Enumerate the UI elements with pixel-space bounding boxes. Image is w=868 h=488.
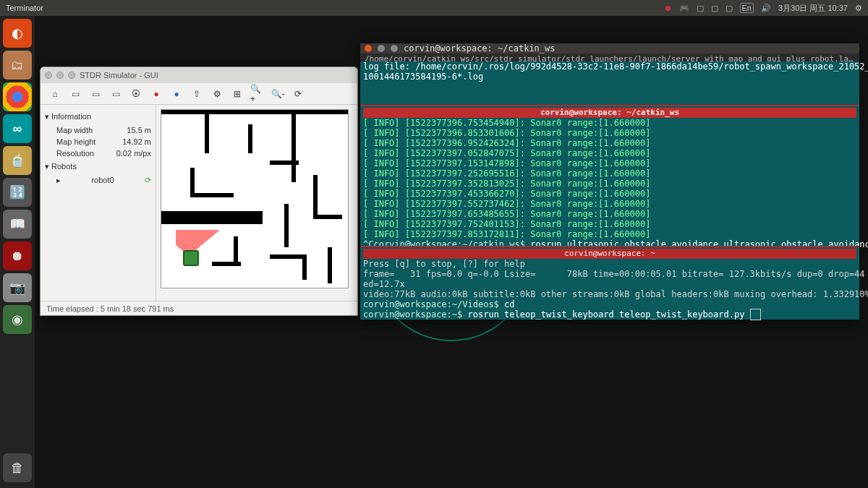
top-output: log file: /home/corvin/.ros/log/992d4528… — [363, 61, 856, 82]
stdr-title: STDR Simulator - GUI — [80, 71, 158, 80]
robot0-row[interactable]: ▸ robot0⟳ — [45, 174, 151, 186]
launcher-files[interactable]: 🗂 — [3, 51, 32, 80]
launcher-books[interactable]: 📖 — [3, 210, 32, 239]
tool-home-icon[interactable]: ⌂ — [48, 87, 62, 101]
minimize-icon[interactable] — [378, 45, 385, 52]
terminator-titlebar[interactable]: corvin@workspace: ~/catkin_ws — [360, 43, 859, 53]
launcher-recorder[interactable]: ⏺ — [3, 241, 32, 270]
tool-red-dot-icon[interactable]: ● — [149, 87, 163, 101]
maximize-icon[interactable] — [391, 45, 398, 52]
menubar-app-name: Terminator — [6, 4, 664, 12]
launcher-calculator[interactable]: 🔢 — [3, 178, 32, 207]
terminal-pane-mid[interactable]: corvin@workspace: ~/catkin_ws [ INFO] [1… — [360, 105, 859, 246]
launcher-teapot[interactable]: 🍵 — [3, 146, 32, 175]
stdr-map-canvas[interactable] — [161, 109, 349, 288]
terminator-title: corvin@workspace: ~/catkin_ws — [404, 43, 556, 53]
info-header[interactable]: ▾ Information — [45, 112, 151, 121]
robot-reload-icon[interactable]: ⟳ — [145, 174, 151, 186]
robot-marker[interactable] — [176, 230, 219, 273]
terminator-tab[interactable]: /home/corvin/catkin_ws/src/stdr_simulato… — [360, 53, 859, 61]
sq2-icon[interactable]: ▢ — [711, 4, 718, 13]
clock[interactable]: 3月30日 周五 10:37 — [778, 3, 848, 14]
launcher-trash[interactable]: 🗑 — [3, 453, 32, 482]
sq1-icon[interactable]: ▢ — [697, 4, 704, 13]
terminal-pane-bot[interactable]: corvin@workspace: ~ Press [q] to stop, [… — [360, 246, 859, 320]
bot-prompt-line-2: corvin@workspace:~$ rosrun teleop_twist_… — [363, 309, 856, 320]
stdr-window[interactable]: STDR Simulator - GUI ⌂ ▭ ▭ ▭ ⦿ ● ● ⇧ ⚙ ⊞… — [40, 67, 358, 316]
lang-indicator[interactable]: En — [740, 3, 754, 13]
minimize-icon[interactable] — [56, 72, 64, 79]
tool-zoom-out-icon[interactable]: 🔍- — [271, 87, 285, 101]
close-icon[interactable] — [365, 45, 372, 52]
gear-icon[interactable]: ⚙ — [855, 4, 862, 13]
terminator-window[interactable]: corvin@workspace: ~/catkin_ws /home/corv… — [360, 43, 859, 320]
stdr-toolbar: ⌂ ▭ ▭ ▭ ⦿ ● ● ⇧ ⚙ ⊞ 🔍+ 🔍- ⟳ — [41, 83, 357, 105]
mid-pane-banner: corvin@workspace: ~/catkin_ws — [363, 108, 856, 118]
robots-header[interactable]: ▾ Robots — [45, 162, 151, 171]
tool-target-icon[interactable]: ⦿ — [129, 87, 143, 101]
close-icon[interactable] — [45, 72, 52, 79]
launcher-camera[interactable]: 📷 — [3, 273, 32, 302]
bot-prompt-line-1: corvin@workspace:~/Videos$ cd — [363, 299, 856, 309]
launcher-arduino[interactable]: ∞ — [3, 114, 32, 143]
bot-output: Press [q] to stop, [?] for help frame= 3… — [363, 259, 856, 299]
stdr-status: Time elapsed : 5 min 18 sec 791 ms — [41, 301, 357, 315]
tool-zoom-in-icon[interactable]: 🔍+ — [250, 87, 265, 101]
launcher-chrome[interactable] — [3, 82, 32, 111]
tool-rect1-icon[interactable]: ▭ — [68, 87, 82, 101]
menubar-tray: ⏺ 🎮 ▢ ▢ ▢ En 🔊 3月30日 周五 10:37 ⚙ — [664, 3, 862, 14]
menubar: Terminator ⏺ 🎮 ▢ ▢ ▢ En 🔊 3月30日 周五 10:37… — [0, 0, 868, 16]
tool-refresh-icon[interactable]: ⟳ — [291, 87, 305, 101]
tool-rect3-icon[interactable]: ▭ — [109, 87, 123, 101]
stdr-titlebar[interactable]: STDR Simulator - GUI — [41, 67, 357, 83]
unity-launcher: ◐ 🗂 ∞ 🍵 🔢 📖 ⏺ 📷 ◉ 🗑 — [0, 16, 35, 488]
tool-grid-icon[interactable]: ⊞ — [230, 87, 244, 101]
tool-blue-dot-icon[interactable]: ● — [169, 87, 184, 101]
cursor-block — [750, 309, 761, 320]
sq3-icon[interactable]: ▢ — [726, 4, 733, 13]
map-width-row: Map width15.5 m — [45, 124, 151, 136]
launcher-green-app[interactable]: ◉ — [3, 305, 32, 334]
tool-up-icon[interactable]: ⇧ — [190, 87, 204, 101]
map-height-row: Map height14.92 m — [45, 136, 151, 147]
mid-output: [ INFO] [1522377396.753454940]: Sonar0 r… — [363, 118, 856, 239]
stdr-sidebar: ▾ Information Map width15.5 m Map height… — [41, 105, 156, 301]
volume-icon[interactable]: 🔊 — [761, 4, 771, 13]
bot-pane-banner: corvin@workspace: ~ — [363, 249, 856, 259]
controller-icon[interactable]: 🎮 — [679, 4, 689, 13]
tool-rect2-icon[interactable]: ▭ — [88, 87, 103, 101]
rec-icon[interactable]: ⏺ — [664, 4, 672, 12]
resolution-row: Resolution0.02 m/px — [45, 147, 151, 159]
terminal-pane-top[interactable]: log file: /home/corvin/.ros/log/992d4528… — [360, 61, 859, 105]
launcher-dash[interactable]: ◐ — [3, 19, 32, 48]
maximize-icon[interactable] — [68, 72, 75, 79]
tool-gear-icon[interactable]: ⚙ — [210, 87, 224, 101]
